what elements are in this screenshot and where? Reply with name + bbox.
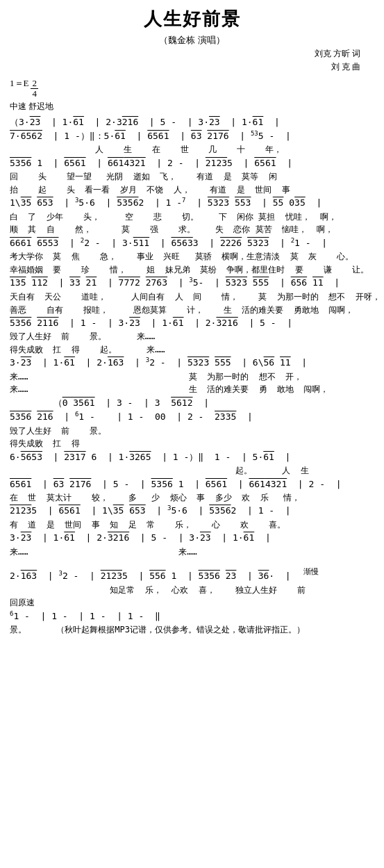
line-1: （3·23 | 1·61 | 2·3216 | 5 - | 3·23 | 1·6… bbox=[10, 115, 374, 129]
line-10: 5356 216 | 61 - | 1 - 00 | 2 - 2335 | bbox=[10, 410, 374, 424]
line-4: 1\35 653 | 35·6 | 53562 | 1 -7 | 5323 55… bbox=[10, 196, 374, 210]
line-2: 7·6562 | 1 -）‖：5·61 | 6561 | 63 2176 | 5… bbox=[10, 129, 374, 143]
key-indicator: 1＝E bbox=[10, 77, 28, 90]
song-subtitle: （魏金栋 演唱） bbox=[10, 34, 374, 47]
line-3-l1: 回 头 望一望 光阴 逝如 飞， 有道 是 莫等 闲 bbox=[10, 170, 374, 183]
line-3: 5356 1 | 6561 | 6614321 | 2 - | 21235 | … bbox=[10, 156, 374, 170]
line-4-l1: 白 了 少年 头， 空 悲 切。 下 闲你 莫担 忧哇， 啊， bbox=[10, 211, 374, 224]
line-16-l1: 景。 （秋叶起舞根据MP3记谱，仅供参考。错误之处，敬请批评指正。） bbox=[10, 623, 374, 637]
line-7-l2: 得失成败 扛 得 起。 来…… bbox=[10, 343, 374, 357]
notation-area: （3·23 | 1·61 | 2·3216 | 5 - | 3·23 | 1·6… bbox=[10, 115, 374, 637]
line-5-l1: 考大学你 莫 焦 急， 事业 兴旺 莫骄 横啊，生意清淡 莫 灰 心。 bbox=[10, 250, 374, 263]
music-sheet: 人生好前景 （魏金栋 演唱） 刘克 方昕 词 刘 克 曲 1＝E 2 4 中速 … bbox=[8, 7, 376, 637]
line-8-l2: 来…… 生 活的难关要 勇 敢地 闯啊， bbox=[10, 383, 374, 396]
author-line2: 刘 克 曲 bbox=[10, 61, 374, 73]
line-4-l2: 顺 其 自 然， 莫 强 求。 失 恋你 莫苦 恼哇， 啊， bbox=[10, 223, 374, 236]
line-5-l2: 幸福婚姻 要 珍 惜， 姐 妹兄弟 莫纷 争啊，都里住时 要 谦 让。 bbox=[10, 263, 374, 277]
line-11-l1: 起。 人 生 bbox=[10, 464, 374, 477]
line-7: 5356 2116 | 1 - | 3·23 | 1·61 | 2·3216 |… bbox=[10, 316, 374, 330]
line-5: 6661 6553 | 22 - | 3·511 | 65633 | 2226 … bbox=[10, 236, 374, 250]
line-15: 2·163 | 32 - | 21235 | 556 1 | 5356 23 |… bbox=[10, 569, 374, 583]
song-title: 人生好前景 bbox=[10, 7, 374, 31]
line-7-l1: 毁了人生好 前 景。 来…… bbox=[10, 330, 374, 343]
line-12: 6561 | 63 2176 | 5 - | 5356 1 | 6561 | 6… bbox=[10, 477, 374, 491]
line-16-label: 回原速 bbox=[10, 596, 374, 609]
line-12-l1: 在 世 莫太计 较， 多 少 烦心 事 多少 欢 乐 情， bbox=[10, 491, 374, 505]
line-6-l2: 善恶 自有 报哇， 恩怨莫算 计， 生 活的难关要 勇敢地 闯啊， bbox=[10, 304, 374, 317]
line-10-l2: 得失成败 扛 得 bbox=[10, 437, 374, 450]
line-8: 3·23 | 1·61 | 2·163 | 32 - | 5323 555 | … bbox=[10, 356, 374, 370]
line-13-l1: 有 道 是 世间 事 知 足 常 乐， 心 欢 喜。 bbox=[10, 518, 374, 532]
time-signature: 2 4 bbox=[31, 79, 38, 99]
line-8-l1: 来…… 莫 为那一时的 想不 开， bbox=[10, 370, 374, 384]
tempo-slow: 渐慢 bbox=[303, 566, 319, 577]
line-6: 135 112 | 33 21 | 7772 2763 | 35- | 5323… bbox=[10, 276, 374, 290]
line-6-l1: 天自有 天公 道哇， 人间自有 人 间 情， 莫 为那一时的 想不 开呀， bbox=[10, 290, 374, 304]
line-13: 21235 | 6561 | 1\35 653 | 35·6 | 53562 |… bbox=[10, 504, 374, 518]
line-2-lyrics: 人 生 在 世 几 十 年， bbox=[10, 143, 374, 156]
line-16: 61 - | 1 - | 1 - | 1 - ‖ bbox=[10, 609, 374, 623]
line-9: （0 3561 | 3 - | 3 5612 | bbox=[10, 396, 374, 410]
line-3-l2: 抬 起 头 看一看 岁月 不饶 人， 有道 是 世间 事 bbox=[10, 183, 374, 197]
line-11: 6·5653 | 2317 6 | 1·3265 | 1 -）‖ 1 - | 5… bbox=[10, 450, 374, 464]
author-line1: 刘克 方昕 词 bbox=[10, 48, 374, 60]
line-14: 3·23 | 1·61 | 2·3216 | 5 - | 3·23 | 1·61… bbox=[10, 531, 374, 545]
line-15-l1: 知足常 乐， 心欢 喜， 独立人生好 前 bbox=[10, 584, 374, 597]
line-10-l1: 毁了人生好 前 景。 bbox=[10, 425, 374, 438]
line-14-l1: 来…… 来…… bbox=[10, 546, 374, 559]
tempo-marking: 中速 舒迟地 bbox=[10, 101, 374, 113]
